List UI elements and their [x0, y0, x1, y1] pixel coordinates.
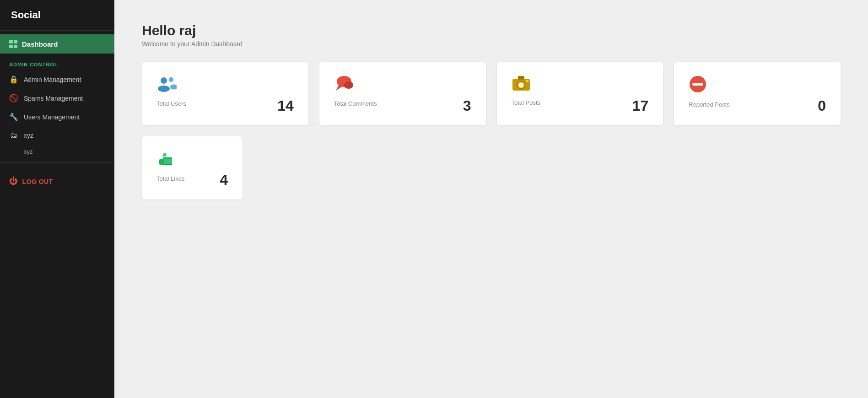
table-icon: 🗂: [9, 131, 18, 140]
sidebar-item-admin-management[interactable]: 🔒 Admin Management: [0, 70, 114, 89]
card-total-users: Total Users 14: [142, 62, 308, 125]
svg-point-1: [158, 86, 170, 92]
card-total-posts: Total Posts 17: [497, 62, 663, 125]
sidebar: Social Dashboard ADMIN CONTROL 🔒 Admin M…: [0, 0, 114, 398]
svg-rect-17: [163, 164, 172, 165]
svg-point-3: [170, 85, 177, 90]
xyz-label: xyz: [24, 132, 33, 139]
svg-rect-8: [518, 76, 524, 80]
svg-rect-11: [526, 80, 528, 82]
sidebar-item-xyz[interactable]: 🗂 xyz: [0, 126, 114, 145]
card-reported-posts: Reported Posts 0: [674, 62, 841, 125]
logout-label: LOG OUT: [22, 178, 53, 185]
svg-rect-15: [163, 157, 172, 159]
sidebar-brand: Social: [0, 0, 114, 31]
no-entry-icon: [689, 75, 707, 97]
svg-point-10: [519, 83, 523, 87]
svg-point-6: [344, 81, 353, 89]
total-posts-label: Total Posts: [512, 99, 541, 106]
card-total-likes: Total Likes 4: [142, 136, 243, 199]
card-total-comments: Total Comments 3: [319, 62, 486, 125]
sidebar-sub-item-xyz[interactable]: xyz: [0, 145, 114, 159]
users-management-label: Users Management: [24, 113, 80, 121]
dashboard-label: Dashboard: [22, 40, 58, 48]
total-comments-label: Total Comments: [334, 100, 377, 107]
main-content: Hello raj Welcome to your Admin Dashboar…: [114, 0, 868, 398]
svg-point-2: [169, 77, 173, 82]
ban-icon: 🚫: [9, 94, 18, 102]
sidebar-divider: [0, 162, 114, 163]
logout-icon: ⏻: [9, 177, 18, 186]
cards-row-1: Total Users 14 Total Comments 3: [142, 62, 841, 125]
comments-icon: [334, 75, 353, 97]
reported-posts-label: Reported Posts: [689, 101, 730, 108]
svg-rect-13: [692, 83, 703, 86]
total-likes-value: 4: [220, 172, 228, 188]
sidebar-item-dashboard[interactable]: Dashboard: [0, 34, 114, 54]
reported-posts-value: 0: [818, 97, 826, 114]
total-comments-value: 3: [463, 97, 471, 114]
wrench-icon: 🔧: [9, 113, 18, 121]
page-title: Hello raj: [142, 23, 841, 38]
dashboard-grid-icon: [9, 40, 17, 48]
total-posts-value: 17: [632, 97, 649, 114]
svg-point-0: [161, 77, 167, 84]
total-users-value: 14: [277, 97, 294, 114]
admin-management-label: Admin Management: [24, 76, 81, 83]
admin-control-label: ADMIN CONTROL: [0, 54, 114, 70]
total-users-label: Total Users: [156, 100, 186, 107]
users-icon: [156, 75, 177, 97]
sidebar-item-users-management[interactable]: 🔧 Users Management: [0, 108, 114, 126]
cards-row-2: Total Likes 4: [142, 136, 841, 199]
sidebar-item-spams-management[interactable]: 🚫 Spams Management: [0, 89, 114, 108]
lock-icon: 🔒: [9, 75, 18, 84]
logout-button[interactable]: ⏻ LOG OUT: [0, 171, 114, 192]
page-subtitle: Welcome to your Admin Dashboard: [142, 40, 841, 48]
xyz-sub-label: xyz: [24, 148, 33, 155]
spams-management-label: Spams Management: [24, 95, 83, 102]
total-likes-label: Total Likes: [156, 175, 184, 182]
camera-icon: [512, 75, 531, 96]
svg-marker-5: [336, 85, 343, 91]
thumbs-up-icon: [156, 149, 175, 172]
